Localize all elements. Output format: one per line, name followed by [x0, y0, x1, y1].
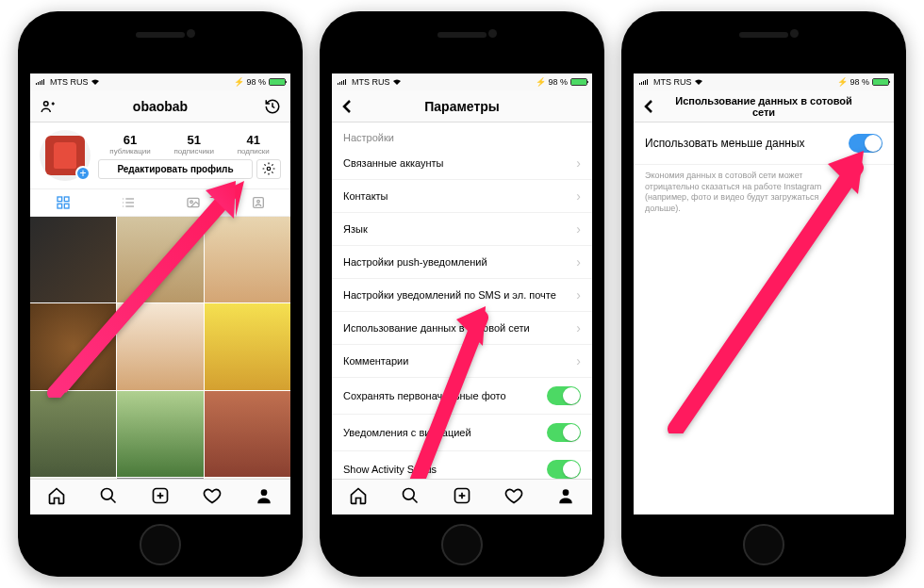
tab-profile[interactable] [556, 486, 575, 509]
grid-photo[interactable] [30, 303, 116, 389]
phone-settings: MTS RUS ⚡98 % Параметры Настройки Связан… [320, 11, 604, 577]
svg-point-21 [261, 489, 268, 496]
status-bar: MTS RUS ⚡98 % [332, 74, 592, 90]
tagged-tab[interactable] [225, 189, 290, 216]
grid-photo[interactable] [205, 391, 290, 477]
svg-point-16 [101, 488, 112, 499]
status-bar: MTS RUS ⚡98 % [634, 74, 894, 90]
svg-point-1 [267, 167, 271, 171]
grid-photo[interactable] [30, 478, 116, 479]
profile-username[interactable]: obaobab [60, 99, 260, 114]
tab-add[interactable] [151, 486, 170, 509]
grid-photo[interactable] [117, 217, 203, 302]
back-button[interactable] [643, 99, 664, 114]
svg-point-22 [403, 488, 414, 499]
stat-posts[interactable]: 61публикации [109, 133, 150, 155]
row-language[interactable]: Язык› [332, 213, 592, 246]
row-linked-accounts[interactable]: Связанные аккаунты› [332, 147, 592, 180]
row-comments[interactable]: Комментарии› [332, 345, 592, 378]
row-activity-status[interactable]: Show Activity Status [332, 451, 592, 479]
row-use-less-data[interactable]: Использовать меньше данных [634, 122, 894, 165]
section-header: Настройки [332, 122, 592, 147]
grid-photo[interactable] [30, 391, 116, 477]
home-button[interactable] [743, 524, 784, 565]
svg-point-15 [256, 200, 259, 203]
photos-of-you-tab[interactable] [160, 189, 225, 216]
row-push[interactable]: Настройки push-уведомлений› [332, 246, 592, 279]
description-text: Экономия данных в сотовой сети может отр… [634, 165, 894, 220]
tab-add[interactable] [453, 486, 471, 509]
svg-point-13 [190, 201, 192, 204]
back-button[interactable] [341, 99, 362, 114]
stat-following[interactable]: 41подписки [238, 133, 270, 155]
list-tab[interactable] [95, 189, 160, 216]
profile-view-tabs [30, 188, 290, 217]
nav-header: Параметры [332, 90, 592, 122]
add-friend-icon[interactable] [40, 98, 60, 115]
avatar[interactable]: + [40, 130, 91, 181]
svg-point-27 [563, 489, 569, 496]
settings-gear-button[interactable] [256, 159, 281, 179]
grid-photo[interactable] [117, 391, 203, 477]
tab-home[interactable] [47, 486, 66, 509]
phone-profile: MTS RUS ⚡98 % obaobab + [18, 11, 303, 577]
status-bar: MTS RUS ⚡98 % [30, 74, 290, 90]
grid-photo[interactable] [117, 303, 203, 389]
edit-profile-button[interactable]: Редактировать профиль [98, 159, 253, 179]
tab-bar [30, 479, 290, 514]
grid-photo[interactable] [30, 217, 116, 302]
tab-activity[interactable] [203, 486, 222, 509]
page-title: Использование данных в сотовой сети [664, 95, 864, 118]
grid-tab[interactable] [30, 189, 95, 216]
svg-line-17 [110, 498, 115, 502]
svg-rect-2 [58, 197, 62, 202]
phone-data-usage: MTS RUS ⚡98 % Использование данных в сот… [621, 11, 906, 577]
tab-bar [332, 479, 592, 514]
svg-rect-4 [58, 204, 62, 208]
tab-search[interactable] [401, 486, 420, 509]
svg-rect-5 [64, 204, 69, 208]
page-title: Параметры [362, 99, 562, 114]
row-contacts[interactable]: Контакты› [332, 180, 592, 213]
toggle-switch[interactable] [547, 386, 581, 405]
row-cellular-data[interactable]: Использование данных в сотовой сети› [332, 312, 592, 345]
tab-activity[interactable] [504, 486, 523, 509]
grid-photo[interactable] [117, 478, 203, 479]
toggle-switch[interactable] [849, 134, 883, 153]
home-button[interactable] [441, 524, 483, 565]
nav-header: Использование данных в сотовой сети [634, 90, 894, 122]
svg-rect-3 [64, 197, 69, 202]
grid-photo[interactable] [205, 303, 290, 389]
row-save-originals[interactable]: Сохранять первоначальные фото [332, 378, 592, 415]
tab-profile[interactable] [255, 486, 273, 509]
grid-photo[interactable] [205, 478, 290, 479]
tab-search[interactable] [99, 486, 118, 509]
svg-line-23 [412, 498, 417, 502]
add-story-badge[interactable]: + [75, 166, 91, 181]
row-vibration[interactable]: Уведомления с вибрацией [332, 415, 592, 451]
stat-followers[interactable]: 51подписчики [173, 133, 214, 155]
nav-header: obaobab [30, 90, 290, 122]
photo-grid [30, 217, 290, 479]
toggle-switch[interactable] [547, 460, 581, 479]
row-sms-email[interactable]: Настройки уведомлений по SMS и эл. почте… [332, 279, 592, 312]
grid-photo[interactable] [205, 217, 290, 302]
home-button[interactable] [140, 524, 181, 565]
svg-point-0 [44, 101, 49, 106]
toggle-switch[interactable] [547, 423, 581, 442]
history-icon[interactable] [260, 98, 281, 115]
tab-home[interactable] [349, 486, 368, 509]
